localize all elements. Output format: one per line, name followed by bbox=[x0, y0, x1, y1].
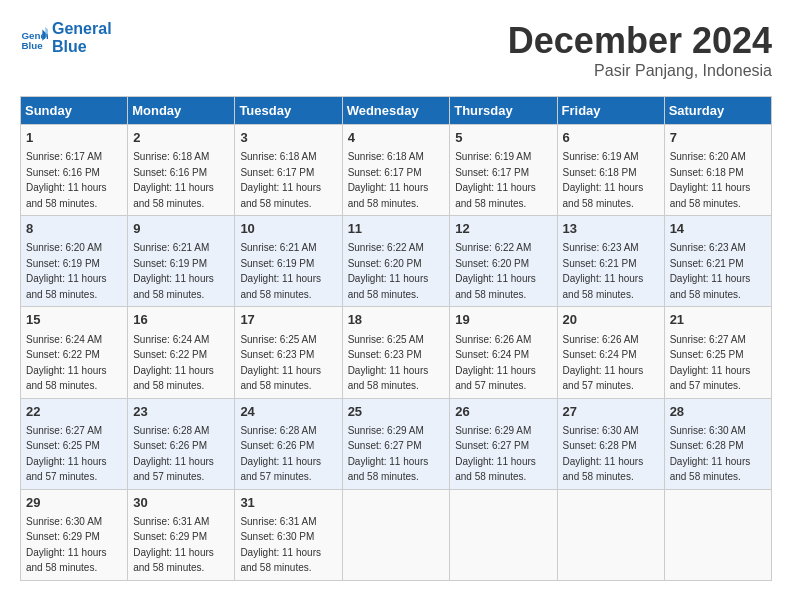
day-number: 4 bbox=[348, 129, 445, 147]
day-number: 9 bbox=[133, 220, 229, 238]
day-number: 12 bbox=[455, 220, 551, 238]
day-info: Sunrise: 6:28 AMSunset: 6:26 PMDaylight:… bbox=[240, 425, 321, 483]
calendar-cell: 7Sunrise: 6:20 AMSunset: 6:18 PMDaylight… bbox=[664, 125, 771, 216]
day-number: 30 bbox=[133, 494, 229, 512]
day-number: 5 bbox=[455, 129, 551, 147]
calendar-week-row: 15Sunrise: 6:24 AMSunset: 6:22 PMDayligh… bbox=[21, 307, 772, 398]
day-number: 18 bbox=[348, 311, 445, 329]
calendar-cell bbox=[557, 489, 664, 580]
day-number: 22 bbox=[26, 403, 122, 421]
calendar-cell: 14Sunrise: 6:23 AMSunset: 6:21 PMDayligh… bbox=[664, 216, 771, 307]
day-number: 13 bbox=[563, 220, 659, 238]
calendar-cell: 1Sunrise: 6:17 AMSunset: 6:16 PMDaylight… bbox=[21, 125, 128, 216]
day-info: Sunrise: 6:29 AMSunset: 6:27 PMDaylight:… bbox=[455, 425, 536, 483]
calendar-cell: 4Sunrise: 6:18 AMSunset: 6:17 PMDaylight… bbox=[342, 125, 450, 216]
calendar-cell: 26Sunrise: 6:29 AMSunset: 6:27 PMDayligh… bbox=[450, 398, 557, 489]
calendar-cell: 29Sunrise: 6:30 AMSunset: 6:29 PMDayligh… bbox=[21, 489, 128, 580]
calendar-cell: 19Sunrise: 6:26 AMSunset: 6:24 PMDayligh… bbox=[450, 307, 557, 398]
calendar-week-row: 22Sunrise: 6:27 AMSunset: 6:25 PMDayligh… bbox=[21, 398, 772, 489]
calendar-cell: 28Sunrise: 6:30 AMSunset: 6:28 PMDayligh… bbox=[664, 398, 771, 489]
day-number: 1 bbox=[26, 129, 122, 147]
calendar-week-row: 1Sunrise: 6:17 AMSunset: 6:16 PMDaylight… bbox=[21, 125, 772, 216]
calendar-table: SundayMondayTuesdayWednesdayThursdayFrid… bbox=[20, 96, 772, 581]
day-info: Sunrise: 6:30 AMSunset: 6:28 PMDaylight:… bbox=[670, 425, 751, 483]
col-header-monday: Monday bbox=[128, 97, 235, 125]
calendar-cell: 2Sunrise: 6:18 AMSunset: 6:16 PMDaylight… bbox=[128, 125, 235, 216]
day-number: 26 bbox=[455, 403, 551, 421]
day-info: Sunrise: 6:30 AMSunset: 6:28 PMDaylight:… bbox=[563, 425, 644, 483]
calendar-cell: 5Sunrise: 6:19 AMSunset: 6:17 PMDaylight… bbox=[450, 125, 557, 216]
day-info: Sunrise: 6:18 AMSunset: 6:17 PMDaylight:… bbox=[348, 151, 429, 209]
calendar-cell: 30Sunrise: 6:31 AMSunset: 6:29 PMDayligh… bbox=[128, 489, 235, 580]
day-number: 27 bbox=[563, 403, 659, 421]
day-number: 14 bbox=[670, 220, 766, 238]
day-number: 28 bbox=[670, 403, 766, 421]
day-number: 7 bbox=[670, 129, 766, 147]
calendar-cell: 25Sunrise: 6:29 AMSunset: 6:27 PMDayligh… bbox=[342, 398, 450, 489]
day-info: Sunrise: 6:31 AMSunset: 6:29 PMDaylight:… bbox=[133, 516, 214, 574]
calendar-cell bbox=[450, 489, 557, 580]
col-header-sunday: Sunday bbox=[21, 97, 128, 125]
day-number: 2 bbox=[133, 129, 229, 147]
day-number: 31 bbox=[240, 494, 336, 512]
calendar-cell: 11Sunrise: 6:22 AMSunset: 6:20 PMDayligh… bbox=[342, 216, 450, 307]
day-info: Sunrise: 6:23 AMSunset: 6:21 PMDaylight:… bbox=[563, 242, 644, 300]
day-info: Sunrise: 6:23 AMSunset: 6:21 PMDaylight:… bbox=[670, 242, 751, 300]
day-number: 3 bbox=[240, 129, 336, 147]
day-number: 19 bbox=[455, 311, 551, 329]
day-info: Sunrise: 6:26 AMSunset: 6:24 PMDaylight:… bbox=[563, 334, 644, 392]
calendar-cell: 22Sunrise: 6:27 AMSunset: 6:25 PMDayligh… bbox=[21, 398, 128, 489]
day-info: Sunrise: 6:19 AMSunset: 6:18 PMDaylight:… bbox=[563, 151, 644, 209]
col-header-tuesday: Tuesday bbox=[235, 97, 342, 125]
day-info: Sunrise: 6:29 AMSunset: 6:27 PMDaylight:… bbox=[348, 425, 429, 483]
logo-text-blue: Blue bbox=[52, 38, 112, 56]
col-header-friday: Friday bbox=[557, 97, 664, 125]
day-number: 6 bbox=[563, 129, 659, 147]
calendar-cell bbox=[342, 489, 450, 580]
col-header-thursday: Thursday bbox=[450, 97, 557, 125]
day-info: Sunrise: 6:27 AMSunset: 6:25 PMDaylight:… bbox=[670, 334, 751, 392]
location-title: Pasir Panjang, Indonesia bbox=[508, 62, 772, 80]
day-number: 23 bbox=[133, 403, 229, 421]
day-number: 15 bbox=[26, 311, 122, 329]
calendar-cell: 31Sunrise: 6:31 AMSunset: 6:30 PMDayligh… bbox=[235, 489, 342, 580]
day-number: 25 bbox=[348, 403, 445, 421]
day-info: Sunrise: 6:25 AMSunset: 6:23 PMDaylight:… bbox=[240, 334, 321, 392]
calendar-cell: 16Sunrise: 6:24 AMSunset: 6:22 PMDayligh… bbox=[128, 307, 235, 398]
page-header: General Blue General Blue December 2024 … bbox=[20, 20, 772, 80]
calendar-cell: 27Sunrise: 6:30 AMSunset: 6:28 PMDayligh… bbox=[557, 398, 664, 489]
calendar-cell: 21Sunrise: 6:27 AMSunset: 6:25 PMDayligh… bbox=[664, 307, 771, 398]
calendar-cell: 8Sunrise: 6:20 AMSunset: 6:19 PMDaylight… bbox=[21, 216, 128, 307]
day-info: Sunrise: 6:24 AMSunset: 6:22 PMDaylight:… bbox=[26, 334, 107, 392]
day-number: 11 bbox=[348, 220, 445, 238]
day-number: 20 bbox=[563, 311, 659, 329]
calendar-cell: 18Sunrise: 6:25 AMSunset: 6:23 PMDayligh… bbox=[342, 307, 450, 398]
day-info: Sunrise: 6:30 AMSunset: 6:29 PMDaylight:… bbox=[26, 516, 107, 574]
day-number: 17 bbox=[240, 311, 336, 329]
day-info: Sunrise: 6:22 AMSunset: 6:20 PMDaylight:… bbox=[455, 242, 536, 300]
day-number: 24 bbox=[240, 403, 336, 421]
calendar-cell bbox=[664, 489, 771, 580]
day-info: Sunrise: 6:22 AMSunset: 6:20 PMDaylight:… bbox=[348, 242, 429, 300]
svg-text:Blue: Blue bbox=[21, 40, 43, 51]
logo: General Blue General Blue bbox=[20, 20, 112, 55]
calendar-cell: 9Sunrise: 6:21 AMSunset: 6:19 PMDaylight… bbox=[128, 216, 235, 307]
day-info: Sunrise: 6:17 AMSunset: 6:16 PMDaylight:… bbox=[26, 151, 107, 209]
title-area: December 2024 Pasir Panjang, Indonesia bbox=[508, 20, 772, 80]
calendar-week-row: 29Sunrise: 6:30 AMSunset: 6:29 PMDayligh… bbox=[21, 489, 772, 580]
day-info: Sunrise: 6:20 AMSunset: 6:19 PMDaylight:… bbox=[26, 242, 107, 300]
calendar-header-row: SundayMondayTuesdayWednesdayThursdayFrid… bbox=[21, 97, 772, 125]
day-info: Sunrise: 6:31 AMSunset: 6:30 PMDaylight:… bbox=[240, 516, 321, 574]
day-number: 21 bbox=[670, 311, 766, 329]
logo-icon: General Blue bbox=[20, 24, 48, 52]
day-info: Sunrise: 6:21 AMSunset: 6:19 PMDaylight:… bbox=[133, 242, 214, 300]
day-number: 8 bbox=[26, 220, 122, 238]
calendar-cell: 12Sunrise: 6:22 AMSunset: 6:20 PMDayligh… bbox=[450, 216, 557, 307]
day-info: Sunrise: 6:27 AMSunset: 6:25 PMDaylight:… bbox=[26, 425, 107, 483]
calendar-cell: 15Sunrise: 6:24 AMSunset: 6:22 PMDayligh… bbox=[21, 307, 128, 398]
calendar-cell: 24Sunrise: 6:28 AMSunset: 6:26 PMDayligh… bbox=[235, 398, 342, 489]
month-title: December 2024 bbox=[508, 20, 772, 62]
day-info: Sunrise: 6:20 AMSunset: 6:18 PMDaylight:… bbox=[670, 151, 751, 209]
logo-text-general: General bbox=[52, 20, 112, 38]
day-info: Sunrise: 6:21 AMSunset: 6:19 PMDaylight:… bbox=[240, 242, 321, 300]
